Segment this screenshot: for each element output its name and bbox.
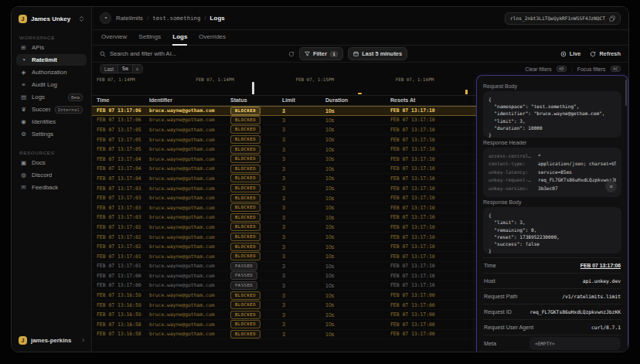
user-menu[interactable]: J james-perkins ›	[16, 334, 87, 347]
drawer-scrollbar[interactable]	[625, 80, 627, 106]
table-row[interactable]: FEB 07 13:17:01bruce.wayne@gotham.comPAS…	[92, 262, 476, 272]
breadcrumb-item[interactable]: Ratelimits	[116, 15, 143, 22]
sidebar-item-apis[interactable]: ⊞APIs	[16, 42, 87, 53]
cell-status: BLOCKED	[230, 174, 282, 182]
sidebar-item-logs[interactable]: ▤LogsBeta	[16, 91, 87, 103]
table-row[interactable]: FEB 07 13:16:59bruce.wayne@gotham.comBLO…	[92, 310, 476, 320]
table-row[interactable]: FEB 07 13:17:03bruce.wayne@gotham.comBLO…	[92, 184, 476, 194]
divider: |	[571, 66, 573, 72]
cell-resets-at: FEB 07 13:17:10	[390, 185, 476, 192]
table-row[interactable]: FEB 07 13:17:03bruce.wayne@gotham.comBLO…	[92, 203, 476, 213]
cell-identifier: bruce.wayne@gotham.com	[149, 331, 230, 337]
cell-identifier: bruce.wayne@gotham.com	[149, 117, 230, 123]
cell-time: FEB 07 13:17:03	[97, 205, 149, 211]
response-header-row: unkey-request-…req_FL7GKTs86uHxdLQzpkvwn…	[489, 176, 616, 185]
table-row[interactable]: FEB 07 13:17:02bruce.wayne@gotham.comBLO…	[92, 223, 476, 233]
cell-resets-at: FEB 07 13:17:10	[390, 137, 476, 143]
cell-resets-at: FEB 07 13:17:00	[390, 292, 476, 298]
sidebar-item-docs[interactable]: ▣Docs	[16, 157, 87, 168]
table-row[interactable]: FEB 07 13:17:05bruce.wayne@gotham.comBLO…	[92, 145, 476, 155]
header-value: req_FL7GKTs86uHxdLQzpkvwnzJbzKK	[538, 176, 616, 185]
table-row[interactable]: FEB 07 13:17:04bruce.wayne@gotham.comBLO…	[92, 165, 476, 175]
table-row[interactable]: FEB 07 13:17:02bruce.wayne@gotham.comBLO…	[92, 242, 476, 252]
table-row[interactable]: FEB 07 13:17:04bruce.wayne@gotham.comBLO…	[92, 155, 476, 165]
tab-overrides[interactable]: Overrides	[199, 33, 226, 46]
table-row[interactable]: FEB 07 13:17:00bruce.wayne@gotham.comPAS…	[92, 281, 476, 291]
sidebar-item-discord[interactable]: ◍Discord	[16, 169, 87, 181]
header-key: access-control…	[489, 152, 533, 161]
breadcrumb-separator: /	[146, 15, 149, 22]
sidebar-item-settings[interactable]: ⚙Settings	[16, 128, 87, 140]
table-row[interactable]: FEB 07 13:17:04bruce.wayne@gotham.comBLO…	[92, 174, 476, 184]
table-row[interactable]: FEB 07 13:16:58bruce.wayne@gotham.comBLO…	[92, 320, 476, 330]
table-row[interactable]: FEB 07 13:17:05bruce.wayne@gotham.comBLO…	[92, 135, 476, 145]
close-icon[interactable]: ×	[133, 65, 142, 73]
detail-value[interactable]: FEB 07 13:17:06	[580, 263, 621, 268]
table-row[interactable]: FEB 07 13:17:02bruce.wayne@gotham.comBLO…	[92, 233, 476, 243]
namespace-id-chip[interactable]: rlns_2nbt3LiTQeQykRF1nWSSF4JzNQCT	[505, 12, 621, 25]
timeline-tick-label: FEB 07, 1:14PM	[97, 77, 135, 82]
cell-resets-at: FEB 07 13:17:10	[390, 234, 476, 240]
detail-value: curl/8.7.1	[591, 325, 621, 330]
clear-filters-label[interactable]: Clear filters	[525, 66, 551, 72]
timeline-bar-blocked-requests[interactable]	[465, 90, 468, 94]
workspace-switcher[interactable]: J James Unkey	[16, 13, 87, 25]
timeline-bar-blocked-requests[interactable]	[358, 93, 362, 94]
cell-status: BLOCKED	[230, 213, 282, 222]
cell-status: BLOCKED	[230, 165, 282, 173]
search-input[interactable]: Search and filter with AI...	[100, 50, 294, 57]
cell-identifier: bruce.wayne@gotham.com	[149, 127, 230, 133]
copy-icon[interactable]	[609, 15, 615, 22]
sidebar-item-authorization[interactable]: ◈Authorization	[16, 66, 87, 78]
shield-icon: ◈	[20, 70, 27, 76]
sidebar-item-ratelimit[interactable]: ◔Ratelimit	[16, 54, 87, 66]
breadcrumb-item[interactable]: test.something	[152, 15, 200, 22]
breadcrumb-separator: /	[204, 15, 207, 22]
table-row[interactable]: FEB 07 13:17:00bruce.wayne@gotham.comPAS…	[92, 271, 476, 281]
timeline-tick-label: FEB 07, 1:16PM	[396, 77, 434, 82]
tab-overview[interactable]: Overview	[101, 33, 127, 46]
detail-row-time: TimeFEB 07 13:17:06	[483, 257, 621, 273]
table-row[interactable]: FEB 07 13:16:58bruce.wayne@gotham.comBLO…	[92, 330, 476, 340]
cell-duration: 10s	[325, 244, 390, 250]
status-badge: BLOCKED	[230, 243, 260, 251]
cell-duration: 10s	[325, 175, 390, 181]
tab-logs[interactable]: Logs	[172, 33, 187, 46]
sidebar-item-badge: Beta	[68, 94, 83, 101]
cell-limit: 3	[282, 137, 325, 142]
table-row[interactable]: FEB 07 13:16:59bruce.wayne@gotham.comBLO…	[92, 291, 476, 301]
sidebar-item-audit-log[interactable]: ≡Audit Log	[16, 79, 87, 90]
cell-limit: 3	[282, 293, 325, 298]
cell-status: BLOCKED	[230, 301, 282, 309]
timeline-chart[interactable]: FEB 07, 1:14PMFEB 07, 1:14PMFEB 07, 1:15…	[92, 75, 476, 96]
table-row[interactable]: FEB 07 13:17:01bruce.wayne@gotham.comBLO…	[92, 252, 476, 262]
tab-settings[interactable]: Settings	[138, 33, 161, 46]
cell-time: FEB 07 13:17:01	[97, 253, 149, 260]
cell-status: BLOCKED	[230, 233, 282, 241]
filter-button[interactable]: Filter 1	[299, 47, 343, 60]
breadcrumb-item[interactable]: Logs	[210, 15, 225, 22]
live-button[interactable]: Live	[560, 50, 581, 57]
table-row[interactable]: FEB 07 13:17:06bruce.wayne@gotham.comBLO…	[92, 106, 476, 116]
cell-status: BLOCKED	[230, 320, 282, 328]
time-range-button[interactable]: Last 5 minutes	[348, 47, 407, 60]
cell-status: PASSED	[230, 262, 282, 270]
focus-filters-label[interactable]: Focus filters	[577, 66, 606, 72]
sidebar-item-feedback[interactable]: ✉Feedback	[16, 182, 87, 193]
cell-identifier: bruce.wayne@gotham.com	[149, 137, 230, 143]
timeline-bar-selected-time-marker[interactable]	[252, 82, 254, 94]
sidebar-item-identities[interactable]: ◉Identities	[16, 116, 87, 128]
table-row[interactable]: FEB 07 13:17:03bruce.wayne@gotham.comBLO…	[92, 213, 476, 223]
ai-sparkle-icon[interactable]	[288, 51, 294, 57]
cell-duration: 10s	[325, 234, 390, 240]
cell-duration: 10s	[325, 196, 390, 201]
table-row[interactable]: FEB 07 13:17:03bruce.wayne@gotham.comBLO…	[92, 193, 476, 203]
filter-chip-last-5m[interactable]: Last 5m ×	[100, 64, 143, 73]
cell-identifier: bruce.wayne@gotham.com	[149, 195, 230, 201]
table-row[interactable]: FEB 07 13:17:05bruce.wayne@gotham.comBLO…	[92, 125, 476, 135]
table-row[interactable]: FEB 07 13:17:06bruce.wayne@gotham.comBLO…	[92, 116, 476, 126]
sidebar-item-success[interactable]: ♛SuccessInternal	[16, 104, 87, 115]
refresh-button[interactable]: Refresh	[590, 50, 621, 57]
table-row[interactable]: FEB 07 13:16:59bruce.wayne@gotham.comBLO…	[92, 301, 476, 311]
cell-identifier: bruce.wayne@gotham.com	[149, 253, 230, 260]
